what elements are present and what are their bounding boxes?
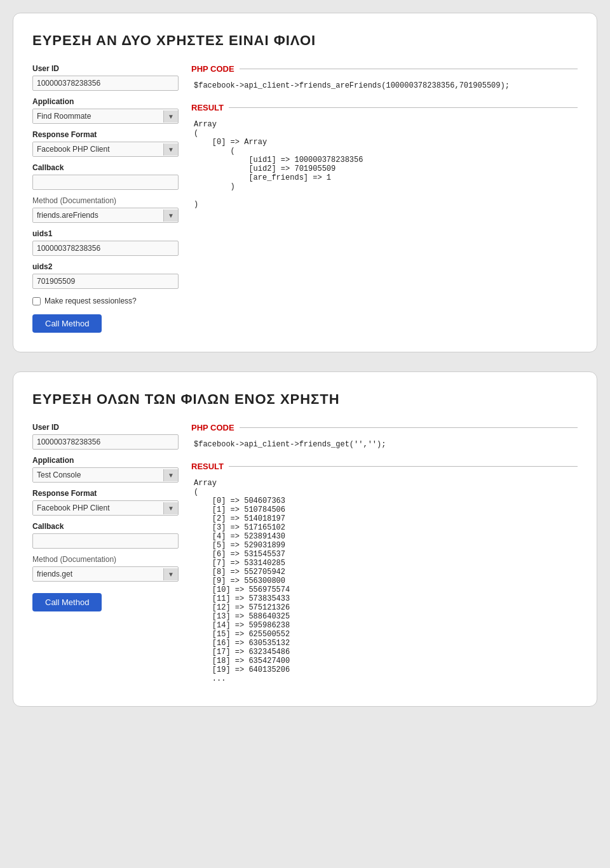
panel-2-right: PHP CODE $facebook->api_client->friends_… [191, 423, 578, 687]
p2-application-label: Application [32, 456, 179, 465]
p2-callback-input[interactable] [32, 533, 179, 549]
sessionless-row: Make request sessionless? [32, 297, 179, 305]
result-header-1: RESULT [191, 103, 578, 112]
p2-method-doc: (Documentation) [60, 555, 116, 564]
p2-response-format-select[interactable]: Facebook PHP Client ▼ [32, 500, 179, 516]
p2-method-select-text: friends.get [33, 567, 163, 581]
php-code-block-1: $facebook->api_client->friends_areFriend… [191, 77, 578, 94]
p2-callback-label: Callback [32, 522, 179, 531]
method-select[interactable]: friends.areFriends ▼ [32, 208, 179, 223]
php-code-header-1: PHP CODE [191, 64, 578, 74]
p2-user-id-label: User ID [32, 423, 179, 432]
user-id-label: User ID [32, 64, 179, 73]
response-format-select-text: Facebook PHP Client [33, 142, 163, 156]
uids2-input[interactable] [32, 274, 179, 289]
sessionless-checkbox[interactable] [32, 297, 41, 305]
method-label: Method (Documentation) [32, 196, 179, 205]
php-code-block-2: $facebook->api_client->friends_get('',''… [191, 436, 578, 453]
p2-method-select[interactable]: friends.get ▼ [32, 566, 179, 582]
result-line-2 [229, 466, 578, 467]
result-block-1: Array ( [0] => Array ( [uid1] => 1000003… [191, 116, 578, 213]
p2-response-format-select-text: Facebook PHP Client [33, 501, 163, 515]
p2-user-id-input[interactable] [32, 434, 179, 450]
p2-method-select-arrow: ▼ [163, 568, 178, 580]
uids2-label: uids2 [32, 262, 179, 271]
p2-application-select[interactable]: Test Console ▼ [32, 467, 179, 483]
response-format-select[interactable]: Facebook PHP Client ▼ [32, 142, 179, 157]
result-label-2: RESULT [191, 462, 224, 471]
panel-2: ΕΥΡΕΣΗ ΟΛΩΝ ΤΩΝ ΦΙΛΩΝ ΕΝΟΣ ΧΡΗΣΤΗ User I… [13, 371, 597, 707]
application-select[interactable]: Find Roommate ▼ [32, 109, 179, 124]
panel-1-title: ΕΥΡΕΣΗ ΑΝ ΔΥΟ ΧΡΗΣΤΕΣ ΕΙΝΑΙ ΦΙΛΟΙ [32, 32, 578, 49]
php-code-header-2: PHP CODE [191, 423, 578, 432]
p2-response-format-select-arrow: ▼ [163, 502, 178, 514]
panel-1-right: PHP CODE $facebook->api_client->friends_… [191, 64, 578, 333]
php-code-line-2 [240, 427, 578, 428]
panel-2-title: ΕΥΡΕΣΗ ΟΛΩΝ ΤΩΝ ΦΙΛΩΝ ΕΝΟΣ ΧΡΗΣΤΗ [32, 391, 578, 408]
callback-input[interactable] [32, 175, 179, 190]
php-code-label-1: PHP CODE [191, 64, 234, 74]
result-label-1: RESULT [191, 103, 224, 112]
uids1-label: uids1 [32, 229, 179, 238]
panel-2-left: User ID Application Test Console ▼ Respo… [32, 423, 179, 687]
uids1-input[interactable] [32, 241, 179, 256]
application-select-text: Find Roommate [33, 109, 163, 123]
php-code-line-1 [240, 69, 578, 69]
result-header-2: RESULT [191, 462, 578, 471]
method-select-arrow: ▼ [163, 210, 178, 222]
result-block-2: Array ( [0] => 504607363 [1] => 51078450… [191, 475, 578, 687]
panel-1: ΕΥΡΕΣΗ ΑΝ ΔΥΟ ΧΡΗΣΤΕΣ ΕΙΝΑΙ ΦΙΛΟΙ User I… [13, 13, 597, 352]
user-id-input[interactable] [32, 76, 179, 91]
response-format-label: Response Format [32, 130, 179, 139]
call-method-button-2[interactable]: Call Method [32, 593, 102, 611]
method-doc: (Documentation) [60, 196, 116, 205]
php-code-label-2: PHP CODE [191, 423, 234, 432]
response-format-select-arrow: ▼ [163, 144, 178, 156]
callback-label: Callback [32, 163, 179, 172]
p2-application-select-text: Test Console [33, 468, 163, 482]
p2-method-label: Method (Documentation) [32, 555, 179, 564]
call-method-button-1[interactable]: Call Method [32, 314, 102, 333]
sessionless-label: Make request sessionless? [44, 297, 137, 305]
application-select-arrow: ▼ [163, 110, 178, 123]
p2-response-format-label: Response Format [32, 489, 179, 498]
method-select-text: friends.areFriends [33, 208, 163, 222]
panel-1-left: User ID Application Find Roommate ▼ Resp… [32, 64, 179, 333]
p2-application-select-arrow: ▼ [163, 469, 178, 481]
application-label: Application [32, 97, 179, 106]
result-line-1 [229, 107, 578, 108]
